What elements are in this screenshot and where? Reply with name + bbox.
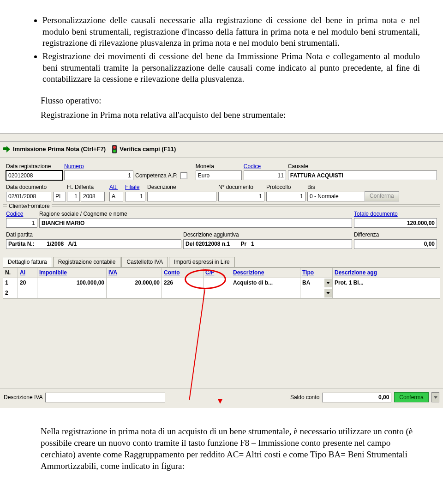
competenza-checkbox[interactable] xyxy=(180,172,187,179)
conferma-button-top[interactable]: Conferma xyxy=(365,191,399,201)
filiale-input[interactable] xyxy=(125,192,145,201)
col-tipo[interactable]: Tipo xyxy=(300,268,333,278)
label-dati-partita: Dati partita xyxy=(6,231,181,239)
menu-label: Verifica campi (F11) xyxy=(120,146,176,153)
col-desc-agg[interactable]: Descrizione agg xyxy=(333,268,440,278)
label-data-documento: Data documento xyxy=(6,184,51,191)
label-filiale[interactable]: Filiale xyxy=(125,184,145,191)
col-descrizione[interactable]: Descrizione xyxy=(231,268,300,278)
table-row[interactable]: 2 xyxy=(3,288,440,298)
flow-heading-1: Flusso operativo: xyxy=(41,95,420,107)
cell-tipo[interactable]: BA xyxy=(300,278,333,288)
flow-heading-2: Registrazione in Prima nota relativa all… xyxy=(41,109,420,121)
table-row[interactable]: 1 20 100.000,00 20.000,00 226 Acquisto d… xyxy=(3,278,440,288)
cell-desc-agg[interactable] xyxy=(333,288,440,298)
tab-label: Dettaglio fattura xyxy=(8,259,47,265)
label-competenza: Competenza A.P. xyxy=(135,172,178,180)
ft-diff-year-input[interactable] xyxy=(81,192,105,201)
tab-bar: Dettaglio fattura Registrazione contabil… xyxy=(0,254,443,267)
after-paragraph: Nella registrazione in prima nota di un … xyxy=(41,426,420,472)
cell-descrizione[interactable] xyxy=(231,288,300,298)
label-codice[interactable]: Codice xyxy=(244,163,286,170)
dropdown-caret-icon[interactable] xyxy=(324,289,332,298)
conferma-dropdown[interactable] xyxy=(431,392,439,402)
ragione-sociale-input[interactable] xyxy=(39,218,352,228)
col-iva[interactable]: IVA xyxy=(107,268,162,278)
col-n: N. xyxy=(3,268,18,278)
cell-conto[interactable]: 226 xyxy=(162,278,204,288)
label-differenza: Differenza xyxy=(354,231,437,239)
tab-label: Importi espressi in Lire xyxy=(174,259,230,265)
data-registrazione-input[interactable] xyxy=(6,170,62,180)
descrizione-iva-input[interactable] xyxy=(45,393,165,402)
differenza-display xyxy=(354,239,437,249)
cell-tipo[interactable] xyxy=(300,288,333,298)
grid-header-row: N. Al Imponibile IVA Conto C/F Descrizio… xyxy=(3,268,440,278)
document-after: Nella registrazione in prima nota di un … xyxy=(0,408,443,494)
label-desc-aggiuntiva: Descrizione aggiuntiva xyxy=(183,231,352,239)
numero-input[interactable] xyxy=(64,170,133,180)
cell-imponibile[interactable]: 100.000,00 xyxy=(37,278,107,288)
cell-al[interactable] xyxy=(18,288,37,298)
col-cf[interactable]: C/F xyxy=(204,268,231,278)
label-ragione-sociale: Ragione sociale / Cognome e nome xyxy=(39,211,352,218)
bullet-item: Registrazione dei movimenti di cessione … xyxy=(42,51,420,85)
conferma-button-bottom[interactable]: Conferma xyxy=(394,392,429,402)
cell-conto[interactable] xyxy=(162,288,204,298)
cell-al[interactable]: 20 xyxy=(18,278,37,288)
desc-aggiuntiva-display xyxy=(183,239,352,249)
dettaglio-grid[interactable]: N. Al Imponibile IVA Conto C/F Descrizio… xyxy=(3,267,440,298)
menu-immissione-prima-nota[interactable]: Immissione Prima Nota (Ctrl+F7) xyxy=(3,146,106,153)
menu-verifica-campi[interactable]: Verifica campi (F11) xyxy=(112,145,176,153)
cell-tipo-value: BA xyxy=(302,279,310,286)
label-n-documento: N* documento xyxy=(218,184,264,191)
tab-importi-lire[interactable]: Importi espressi in Lire xyxy=(169,257,235,267)
cf-codice-input[interactable] xyxy=(6,218,37,228)
protocollo-input[interactable] xyxy=(266,192,305,201)
tab-registrazione-contabile[interactable]: Registrazione contabile xyxy=(53,257,121,267)
col-imponibile[interactable]: Imponibile xyxy=(37,268,107,278)
label-ft-differita: Ft. Differita xyxy=(53,184,108,191)
menu-label: Immissione Prima Nota (Ctrl+F7) xyxy=(13,146,106,153)
after-text-underline: Tipo xyxy=(310,449,326,459)
cell-iva[interactable] xyxy=(107,288,162,298)
arrow-right-icon xyxy=(3,146,10,152)
label-numero[interactable]: Numero xyxy=(64,163,133,170)
col-al[interactable]: Al xyxy=(18,268,37,278)
ft-diff-pi-input[interactable] xyxy=(53,192,66,201)
codice-causale-input[interactable] xyxy=(244,170,286,180)
label-saldo-conto: Saldo conto xyxy=(290,394,319,401)
tab-dettaglio-fattura[interactable]: Dettaglio fattura xyxy=(3,257,52,267)
cell-imponibile[interactable] xyxy=(37,288,107,298)
att-input[interactable] xyxy=(109,192,123,201)
cell-iva[interactable]: 20.000,00 xyxy=(107,278,162,288)
label-totale-documento[interactable]: Totale documento xyxy=(354,211,437,218)
tab-castelletto-iva[interactable]: Castelletto IVA xyxy=(121,257,168,267)
cell-descrizione[interactable]: Acquisto di b... xyxy=(231,278,300,288)
bottom-bar: Descrizione IVA Saldo conto Conferma xyxy=(0,388,443,405)
label-att[interactable]: Att. xyxy=(109,184,123,191)
n-documento-input[interactable] xyxy=(218,192,264,201)
col-conto[interactable]: Conto xyxy=(162,268,204,278)
cell-cf[interactable] xyxy=(204,278,231,288)
tab-label: Castelletto IVA xyxy=(126,259,162,265)
dropdown-caret-icon[interactable] xyxy=(324,279,332,287)
cell-desc-agg[interactable]: Prot. 1 BI... xyxy=(333,278,440,288)
traffic-light-icon xyxy=(112,145,117,153)
label-protocollo: Protocollo xyxy=(266,184,305,191)
tab-label: Registrazione contabile xyxy=(58,259,116,265)
ft-diff-n-input[interactable] xyxy=(67,192,80,201)
descrizione-input[interactable] xyxy=(147,192,216,201)
causale-input[interactable] xyxy=(288,170,437,180)
label-causale: Causale xyxy=(288,163,437,170)
cell-cf[interactable] xyxy=(204,288,231,298)
moneta-input[interactable] xyxy=(196,170,242,180)
totale-documento-input[interactable] xyxy=(354,218,437,228)
after-text-underline: Raggruppamento per reddito xyxy=(124,449,225,459)
tab-pane-dettaglio: N. Al Imponibile IVA Conto C/F Descrizio… xyxy=(3,267,440,386)
data-documento-input[interactable] xyxy=(6,192,51,201)
header-panel: Data registrazione Numero Competenza A.P… xyxy=(3,159,440,205)
prima-nota-window: Immissione Prima Nota (Ctrl+F7) Verifica… xyxy=(0,133,443,408)
document-intro: Personalizzazione delle causali necessar… xyxy=(0,0,443,128)
label-cf-codice[interactable]: Codice xyxy=(6,211,37,218)
